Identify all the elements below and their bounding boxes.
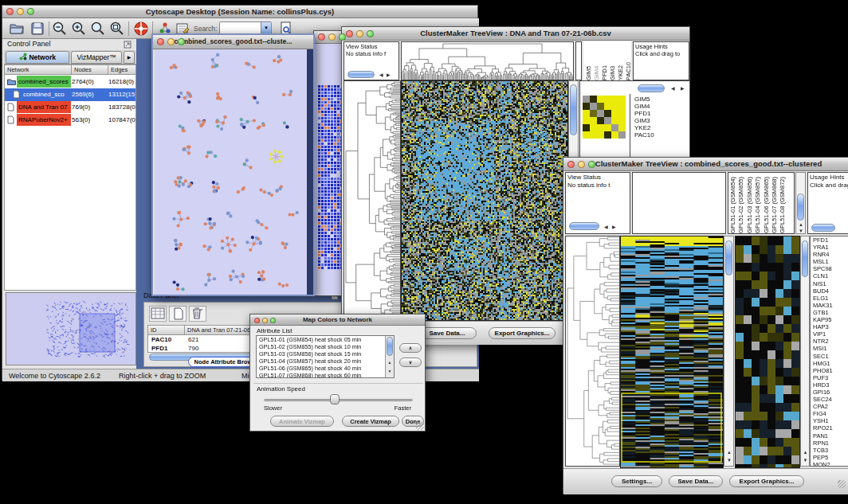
dialog-titlebar[interactable]: Map Colors to Network	[250, 315, 425, 326]
network-row-selected[interactable]: combined_sco 2569(6) 13112(15)	[5, 88, 135, 101]
close-icon[interactable]	[318, 33, 325, 41]
gene-label[interactable]: PEP5	[811, 454, 848, 461]
column-label[interactable]: YKE2	[617, 65, 623, 80]
column-header-nodes[interactable]: Nodes	[72, 65, 108, 75]
zoom-heatmap-canvas[interactable]	[736, 236, 799, 467]
attribute-item[interactable]: GPL51-02 (GSM855) heat shock 10 min	[257, 343, 385, 350]
gene-label[interactable]: CLN1	[811, 272, 848, 279]
scrollbar-thumb[interactable]	[725, 240, 732, 275]
network-row-rnapuber[interactable]: RNAPuberNov2+ 563(0) 107847(0)	[5, 114, 135, 127]
save-data-button[interactable]: Save Data...	[418, 327, 477, 339]
gene-label[interactable]: GPI16	[811, 389, 848, 396]
column-header-id[interactable]: ID	[148, 326, 185, 335]
tv2-column-dendrogram-panel[interactable]	[632, 172, 726, 234]
select-attributes-button[interactable]	[149, 306, 167, 322]
zoom-hscrollbar[interactable]	[638, 84, 665, 92]
column-label[interactable]: GPL51-02 (GSM855)	[737, 177, 744, 233]
column-label[interactable]: GPL51-01 (GSM854)	[729, 177, 736, 233]
resize-grip[interactable]	[416, 422, 424, 430]
minimize-icon[interactable]	[167, 38, 175, 45]
gene-label[interactable]: YRA1	[811, 244, 848, 251]
tv1-scroll-strip[interactable]	[575, 41, 582, 80]
global-heatmap-canvas[interactable]	[621, 236, 723, 467]
column-label[interactable]: PAC10	[625, 62, 631, 80]
gene-label[interactable]: NTR2	[811, 338, 848, 345]
tab-vizmapper[interactable]: VizMapper™	[71, 51, 122, 64]
zoom-heatmap-canvas[interactable]	[583, 96, 626, 139]
zoom-window-icon[interactable]	[367, 30, 374, 37]
scroll-right-icon[interactable]: ▶	[681, 86, 685, 91]
move-up-button[interactable]: ∧	[399, 343, 422, 353]
minimize-icon[interactable]	[578, 161, 585, 168]
gene-label[interactable]: VIP1	[811, 330, 848, 338]
gene-label[interactable]: RPO21	[811, 424, 848, 432]
minimize-icon[interactable]	[356, 30, 363, 37]
gene-label[interactable]: HMG1	[811, 360, 848, 367]
gene-label[interactable]: YSH1	[811, 417, 848, 424]
zoom-out-icon[interactable]	[52, 21, 68, 37]
scroll-left-icon[interactable]: ◀	[671, 86, 675, 91]
column-label[interactable]: PFD1	[601, 65, 607, 80]
column-label[interactable]: GPL51-08 (GSM872)	[779, 177, 786, 233]
tv2-heatmap-panel[interactable]	[620, 236, 724, 468]
gene-label[interactable]: ELG1	[811, 295, 848, 302]
gene-label[interactable]: PAC10	[633, 131, 689, 139]
close-icon[interactable]	[346, 30, 353, 37]
cell-id[interactable]: PAC10	[151, 336, 171, 343]
gene-label[interactable]: PUF3	[811, 374, 848, 381]
resize-grip[interactable]	[838, 480, 846, 488]
scrollbar-thumb[interactable]	[797, 193, 804, 221]
tv2-row-dendrogram-panel[interactable]	[565, 236, 620, 467]
tab-overflow-button[interactable]: ▶	[124, 51, 135, 64]
scrollbar-thumb[interactable]	[570, 84, 577, 135]
create-attribute-button[interactable]	[169, 306, 186, 322]
tab-network[interactable]: Network	[6, 51, 69, 64]
network-row-dna-tran[interactable]: DNA and Tran 07 769(0) 183728(0)	[5, 101, 135, 114]
close-icon[interactable]	[254, 318, 260, 323]
gene-label[interactable]: NIS1	[811, 280, 848, 287]
dense-cluster-canvas[interactable]	[318, 85, 344, 270]
attribute-item[interactable]: GPL51-07 (GSM868) heat shock 60 min	[257, 372, 385, 378]
column-label[interactable]: GIM5	[585, 66, 591, 80]
attribute-list-vscrollbar[interactable]: ▲ ▼	[385, 336, 394, 377]
global-heatmap-canvas[interactable]	[402, 81, 567, 320]
zoom-fit-icon[interactable]	[90, 21, 106, 37]
create-vizmap-button[interactable]: Create Vizmap	[342, 416, 399, 427]
gene-label[interactable]: HRD3	[811, 381, 848, 389]
gene-label[interactable]: RPN1	[811, 440, 848, 447]
cell-id[interactable]: PFD1	[151, 345, 167, 352]
view-status-scrollbar[interactable]	[347, 71, 375, 78]
gene-label[interactable]: MSI1	[811, 345, 848, 352]
help-lifering-icon[interactable]	[133, 21, 149, 37]
gene-label[interactable]: SEC1	[811, 353, 848, 360]
tv1-heatmap-panel[interactable]	[401, 80, 568, 321]
scroll-left-icon[interactable]: ◀	[604, 225, 608, 229]
zoom-in-icon[interactable]	[71, 21, 87, 37]
settings-button[interactable]: Settings...	[611, 475, 662, 487]
close-icon[interactable]	[157, 38, 164, 45]
gene-label[interactable]: SPC98	[811, 265, 848, 272]
zoom-selected-icon[interactable]	[109, 21, 125, 37]
gene-label[interactable]: GIM5	[633, 96, 689, 103]
row-dendrogram-canvas[interactable]	[566, 236, 619, 466]
column-label[interactable]: GIM4	[593, 66, 599, 80]
cell-value[interactable]: 790	[188, 345, 198, 352]
gene-label[interactable]: MON2	[811, 461, 848, 467]
gene-label[interactable]: SEC24	[811, 396, 848, 403]
cytoscape-titlebar[interactable]: Cytoscape Desktop (Session Name: collins…	[2, 6, 477, 18]
view-status-scrollbar[interactable]	[569, 222, 599, 230]
close-icon[interactable]	[6, 8, 14, 15]
gene-label[interactable]: MSL1	[811, 258, 848, 265]
column-label[interactable]: GPL51-07 (GSM868)	[771, 177, 778, 233]
search-dropdown-icon[interactable]: ▼	[261, 22, 271, 34]
attribute-listbox[interactable]: GPL51-01 (GSM854) heat shock 05 minGPL51…	[256, 335, 395, 378]
column-header-edges[interactable]: Edges	[108, 65, 135, 75]
animate-vizmap-button[interactable]: Animate Vizmap	[270, 416, 334, 427]
scrollbar-thumb[interactable]	[387, 337, 393, 356]
delete-attribute-button[interactable]	[189, 306, 206, 322]
network-vscrollbar[interactable]	[307, 49, 313, 295]
gene-label[interactable]: YKE2	[633, 124, 689, 131]
column-label[interactable]: GPL51-06 (GSM865)	[763, 177, 770, 233]
column-label[interactable]: GPL51-04 (GSM857)	[754, 177, 761, 233]
minimize-icon[interactable]	[262, 318, 268, 323]
